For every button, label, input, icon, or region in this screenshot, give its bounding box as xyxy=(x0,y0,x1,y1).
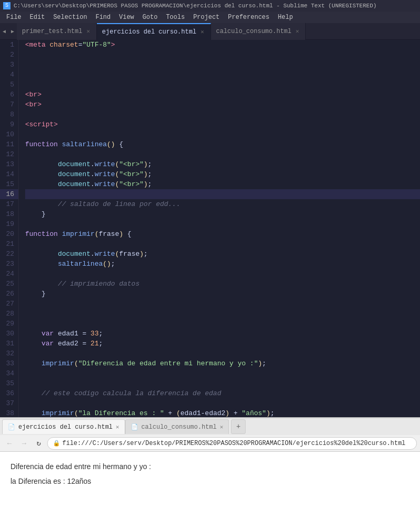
browser-forward-button[interactable]: → xyxy=(18,437,30,450)
code-line-15: document.write("<br>"); xyxy=(25,179,420,189)
browser-new-tab-button[interactable]: + xyxy=(231,419,246,434)
browser-address-bar[interactable]: 🔒 file:///C:/Users/serv/Desktop/PRIMEROS… xyxy=(47,437,417,450)
code-line-21 xyxy=(25,239,420,249)
browser-nav-bar: ← → ↻ 🔒 file:///C:/Users/serv/Desktop/PR… xyxy=(0,435,420,452)
code-content[interactable]: <meta charset="UTF-8"> <br> <br> <script… xyxy=(19,40,420,417)
browser-panel: 📄 ejercicios del curso.html ✕ 📄 calculo_… xyxy=(0,417,420,532)
code-line-16 xyxy=(25,189,420,199)
code-line-13: document.write("<br>"); xyxy=(25,159,420,169)
browser-tab-0[interactable]: 📄 ejercicios del curso.html ✕ xyxy=(2,419,125,434)
browser-output-line-2: la Diferencia es : 12años xyxy=(10,477,410,485)
code-line-24 xyxy=(25,269,420,279)
editor-tab-2[interactable]: calculo_consumo.html ✕ xyxy=(211,23,306,40)
code-line-18: } xyxy=(25,209,420,219)
code-line-8 xyxy=(25,110,420,120)
code-line-14: document.write("<br>"); xyxy=(25,169,420,179)
code-line-20: function imprimir(frase) { xyxy=(25,229,420,239)
tab-close-2[interactable]: ✕ xyxy=(295,27,301,35)
title-bar: S C:\Users\serv\Desktop\PRIMEROS PASOS P… xyxy=(0,0,420,12)
code-line-19 xyxy=(25,219,420,229)
browser-tab-close-1[interactable]: ✕ xyxy=(220,424,224,430)
browser-tab-label-1: calculo_consumo.html xyxy=(141,424,217,431)
code-line-10 xyxy=(25,129,420,139)
tab-label-1: ejercicios del curso.html xyxy=(102,28,196,36)
code-line-27 xyxy=(25,299,420,309)
menu-preferences[interactable]: Preferences xyxy=(224,13,273,22)
tab-nav-left[interactable]: ◀ xyxy=(0,23,8,40)
browser-tab-bar: 📄 ejercicios del curso.html ✕ 📄 calculo_… xyxy=(0,418,420,435)
code-line-32 xyxy=(25,349,420,359)
menu-find[interactable]: Find xyxy=(91,13,115,22)
menu-file[interactable]: File xyxy=(2,13,26,22)
menu-project[interactable]: Project xyxy=(189,13,224,22)
browser-tab-doc-icon-1: 📄 xyxy=(131,424,138,430)
menu-bar: File Edit Selection Find View Goto Tools… xyxy=(0,12,420,23)
code-line-6: <br> xyxy=(25,90,420,100)
code-line-1: <meta charset="UTF-8"> xyxy=(25,40,420,50)
code-line-4 xyxy=(25,70,420,80)
code-line-29 xyxy=(25,319,420,329)
menu-edit[interactable]: Edit xyxy=(26,13,49,22)
code-line-35 xyxy=(25,378,420,388)
code-line-17: // saltado de linea por edd... xyxy=(25,199,420,209)
browser-tab-label-0: ejercicios del curso.html xyxy=(18,424,113,431)
browser-refresh-button[interactable]: ↻ xyxy=(32,437,45,450)
code-line-36: // este codigo calcula la diferencia de … xyxy=(25,388,420,398)
lock-icon: 🔒 xyxy=(53,440,60,447)
menu-view[interactable]: View xyxy=(115,13,138,22)
code-line-33: imprimir("Diferencia de edad entre mi he… xyxy=(25,359,420,368)
code-line-22: document.write(frase); xyxy=(25,249,420,259)
browser-tab-doc-icon-0: 📄 xyxy=(8,424,15,430)
code-line-37 xyxy=(25,398,420,408)
code-line-28 xyxy=(25,309,420,319)
browser-content: Diferencia de edad entre mi hermano y yo… xyxy=(0,452,420,532)
menu-selection[interactable]: Selection xyxy=(49,13,92,22)
code-line-34 xyxy=(25,368,420,378)
code-line-5 xyxy=(25,80,420,90)
tab-label-2: calculo_consumo.html xyxy=(216,28,292,35)
code-line-25: // imprimiendo datos xyxy=(25,279,420,289)
code-line-3 xyxy=(25,60,420,70)
line-numbers: 12345 678910 1112131415 16 1718192021 22… xyxy=(0,40,19,417)
app-icon: S xyxy=(3,2,10,9)
code-line-26: } xyxy=(25,289,420,299)
code-line-7: <br> xyxy=(25,100,420,110)
menu-help[interactable]: Help xyxy=(274,13,297,22)
menu-goto[interactable]: Goto xyxy=(138,13,162,22)
tab-close-1[interactable]: ✕ xyxy=(200,28,205,36)
code-line-23: saltarlinea(); xyxy=(25,259,420,269)
browser-output-line-1: Diferencia de edad entre mi hermano y yo… xyxy=(10,462,410,471)
editor-tab-bar: ◀ ▶ primer_test.html ✕ ejercicios del cu… xyxy=(0,23,420,40)
code-line-31: var edad2 = 21; xyxy=(25,339,420,349)
tab-label-0: primer_test.html xyxy=(22,28,82,35)
code-line-9: <script> xyxy=(25,120,420,129)
browser-back-button[interactable]: ← xyxy=(3,437,16,450)
code-line-2 xyxy=(25,50,420,60)
editor-tab-0[interactable]: primer_test.html ✕ xyxy=(17,23,97,40)
code-line-12 xyxy=(25,149,420,159)
editor-tab-1[interactable]: ejercicios del curso.html ✕ xyxy=(97,23,211,40)
tab-close-0[interactable]: ✕ xyxy=(85,27,91,35)
menu-tools[interactable]: Tools xyxy=(162,13,189,22)
browser-tab-1[interactable]: 📄 calculo_consumo.html ✕ xyxy=(125,419,229,434)
code-editor: 12345 678910 1112131415 16 1718192021 22… xyxy=(0,40,420,417)
window-title: C:\Users\serv\Desktop\PRIMEROS PASOS PRO… xyxy=(14,3,377,9)
code-line-30: var edad1 = 33; xyxy=(25,329,420,339)
browser-address-text: file:///C:/Users/serv/Desktop/PRIMEROS%2… xyxy=(62,440,405,447)
tab-nav-right[interactable]: ▶ xyxy=(8,23,17,40)
code-line-11: function saltarlinea() { xyxy=(25,139,420,149)
code-line-38: imprimir("la Diferencia es : " + (edad1-… xyxy=(25,408,420,417)
browser-tab-close-0[interactable]: ✕ xyxy=(116,424,119,430)
